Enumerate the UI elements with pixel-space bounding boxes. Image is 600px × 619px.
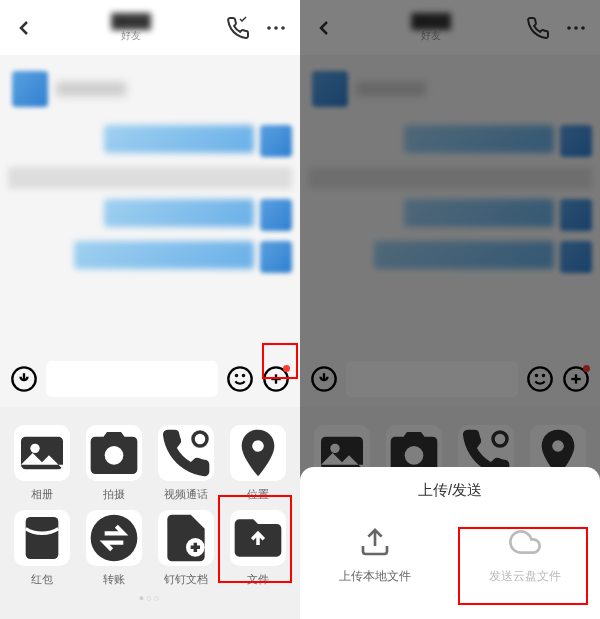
chat-messages[interactable] xyxy=(0,55,300,351)
message-bubble xyxy=(104,125,254,153)
action-file[interactable]: 文件 xyxy=(226,510,290,587)
action-label: 钉钉文档 xyxy=(164,572,208,587)
doc-icon xyxy=(158,510,214,566)
video-call-icon xyxy=(158,425,214,481)
cloud-icon xyxy=(509,526,541,558)
location-icon xyxy=(230,425,286,481)
contact-card xyxy=(8,63,292,115)
plus-button[interactable] xyxy=(262,365,290,393)
action-location[interactable]: 位置 xyxy=(226,425,290,502)
action-label: 相册 xyxy=(31,487,53,502)
svg-point-11 xyxy=(30,444,39,453)
svg-point-4 xyxy=(228,367,251,390)
left-screen: ████ 好友 xyxy=(0,0,300,619)
more-icon[interactable] xyxy=(264,16,288,40)
action-label: 文件 xyxy=(247,572,269,587)
call-icon[interactable] xyxy=(226,16,250,40)
svg-point-13 xyxy=(193,432,207,446)
avatar xyxy=(260,241,292,273)
svg-point-14 xyxy=(252,440,264,452)
system-message xyxy=(8,167,292,189)
send-cloud-option[interactable]: 发送云盘文件 xyxy=(450,516,600,595)
notification-dot xyxy=(283,365,290,372)
input-bar xyxy=(0,351,300,407)
right-screen: ████ 好友 相册拍摄视频通话位置红包转账钉钉文档文件 ●○○ 上传/发送 xyxy=(300,0,600,619)
emoji-icon[interactable] xyxy=(226,365,254,393)
action-label: 位置 xyxy=(247,487,269,502)
action-photo[interactable]: 相册 xyxy=(10,425,74,502)
page-dots: ●○○ xyxy=(10,587,290,609)
message-row xyxy=(8,241,292,273)
svg-point-16 xyxy=(91,515,138,562)
action-camera[interactable]: 拍摄 xyxy=(82,425,146,502)
svg-rect-15 xyxy=(26,517,59,559)
upload-sheet: 上传/发送 上传本地文件 发送云盘文件 xyxy=(300,467,600,619)
contact-name xyxy=(56,82,126,96)
action-label: 视频通话 xyxy=(164,487,208,502)
voice-icon[interactable] xyxy=(10,365,38,393)
message-row xyxy=(8,199,292,231)
chat-subtitle: 好友 xyxy=(36,29,226,43)
photo-icon xyxy=(14,425,70,481)
action-doc[interactable]: 钉钉文档 xyxy=(154,510,218,587)
chat-header: ████ 好友 xyxy=(0,0,300,55)
upload-local-option[interactable]: 上传本地文件 xyxy=(300,516,450,595)
transfer-icon xyxy=(86,510,142,566)
action-video-call[interactable]: 视频通话 xyxy=(154,425,218,502)
action-label: 拍摄 xyxy=(103,487,125,502)
avatar xyxy=(12,71,48,107)
red-packet-icon xyxy=(14,510,70,566)
message-bubble xyxy=(104,199,254,227)
actions-panel: 相册拍摄视频通话位置红包转账钉钉文档文件 ●○○ xyxy=(0,407,300,619)
message-input[interactable] xyxy=(46,361,218,397)
message-bubble xyxy=(74,241,254,269)
header-title-area: ████ 好友 xyxy=(36,13,226,43)
svg-point-0 xyxy=(267,26,271,30)
svg-point-6 xyxy=(243,375,244,376)
send-cloud-label: 发送云盘文件 xyxy=(489,568,561,585)
action-label: 转账 xyxy=(103,572,125,587)
message-row xyxy=(8,125,292,157)
sheet-title: 上传/发送 xyxy=(300,481,600,516)
upload-local-label: 上传本地文件 xyxy=(339,568,411,585)
action-label: 红包 xyxy=(31,572,53,587)
action-transfer[interactable]: 转账 xyxy=(82,510,146,587)
file-icon xyxy=(230,510,286,566)
action-red-packet[interactable]: 红包 xyxy=(10,510,74,587)
svg-point-5 xyxy=(236,375,237,376)
svg-point-1 xyxy=(274,26,278,30)
avatar xyxy=(260,199,292,231)
svg-point-2 xyxy=(281,26,285,30)
upload-icon xyxy=(359,526,391,558)
camera-icon xyxy=(86,425,142,481)
chat-title: ████ xyxy=(36,13,226,29)
svg-point-12 xyxy=(105,446,124,465)
back-icon[interactable] xyxy=(12,16,36,40)
avatar xyxy=(260,125,292,157)
